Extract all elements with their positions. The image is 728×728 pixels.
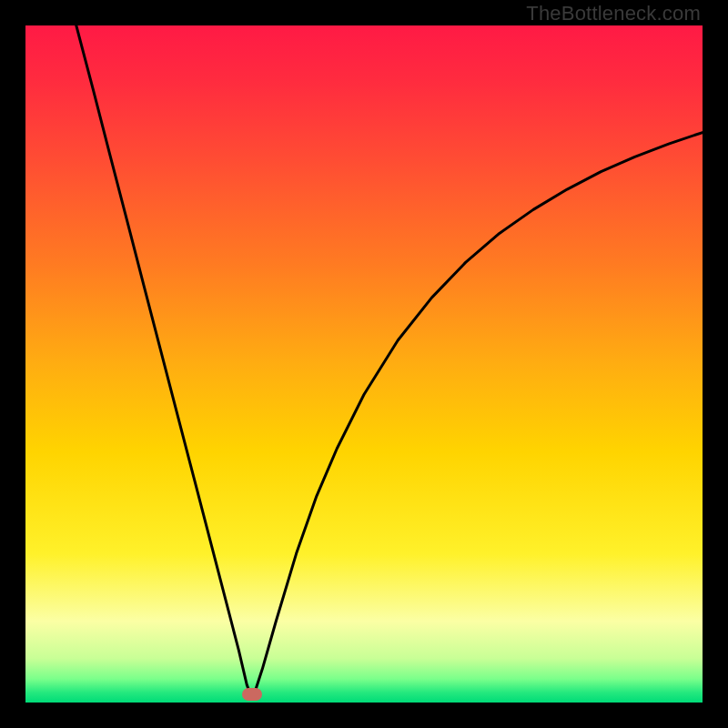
right-branch-path xyxy=(254,133,703,694)
plot-area xyxy=(25,25,703,703)
watermark-text: TheBottleneck.com xyxy=(526,2,701,25)
curve-layer xyxy=(25,25,703,703)
chart-stage: TheBottleneck.com xyxy=(0,0,728,728)
minimum-marker xyxy=(242,688,262,701)
left-branch-path xyxy=(76,25,250,693)
